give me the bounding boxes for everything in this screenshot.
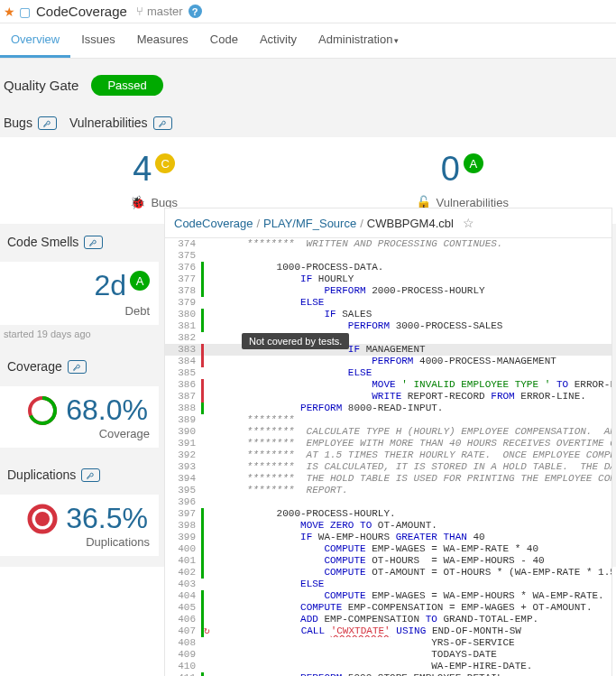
code-text [211,250,611,262]
line-number: 381 [165,320,201,332]
code-line[interactable]: 408 YRS-OF-SERVICE [165,637,611,649]
tab-activity[interactable]: Activity [249,23,308,58]
help-icon[interactable]: ? [188,5,202,18]
code-line[interactable]: 387 WRITE REPORT-RECORD FROM ERROR-LINE. [165,391,611,403]
code-line[interactable]: 376 1000-PROCESS-DATA. [165,262,611,273]
breadcrumb-folder[interactable]: PLAY/MF_Source [263,217,356,230]
code-line[interactable]: 401 COMPUTE OT-HOURS = WA-EMP-HOURS - 40 [165,555,611,567]
key-icon[interactable] [84,236,103,249]
coverage-marker [201,579,204,590]
issue-marker-icon[interactable]: ↻ [204,625,210,637]
debt-rating: A [130,271,150,291]
security-section-header: Bugs Vulnerabilities [0,108,616,137]
key-icon[interactable] [153,116,172,130]
code-line[interactable]: 395 ******** REPORT. [165,485,611,496]
coverage-marker [201,320,204,332]
line-number: 374 [165,238,201,250]
coverage-marker [201,496,204,508]
code-line[interactable]: 383 IF MANAGEMENT [165,344,611,356]
code-text: PERFORM 2000-PROCESS-HOURLY [211,285,611,297]
code-line[interactable]: 404 COMPUTE EMP-WAGES = WA-EMP-HOURS * W… [165,590,611,602]
code-line[interactable]: 389 ******** [165,414,611,426]
code-line[interactable]: 374 ******** WRITTEN AND PROCESSING CONT… [165,238,611,250]
code-line[interactable]: 406 ADD EMP-COMPENSATION TO GRAND-TOTAL-… [165,614,611,625]
code-line[interactable]: 400 COMPUTE EMP-WAGES = WA-EMP-RATE * 40 [165,543,611,555]
code-line[interactable]: 398 MOVE ZERO TO OT-AMOUNT. [165,520,611,532]
code-line[interactable]: 407↻ CALL 'CWXTDATE' USING END-OF-MONTH-… [165,625,611,637]
coverage-marker [201,602,204,614]
line-number: 408 [165,637,201,649]
code-line[interactable]: 409 TODAYS-DATE [165,649,611,661]
code-line[interactable]: 411 PERFORM 5000-STORE-EMPLOYEE-DETAIL. [165,672,611,676]
code-line[interactable]: 381 PERFORM 3000-PROCESS-SALES [165,320,611,332]
code-text: WA-EMP-HIRE-DATE. [211,661,611,672]
code-line[interactable]: 384 PERFORM 4000-PROCESS-MANAGEMENT [165,356,611,367]
line-number: 382 [165,332,201,344]
code-area[interactable]: 374 ******** WRITTEN AND PROCESSING CONT… [165,238,611,676]
tab-overview[interactable]: Overview [0,23,70,58]
coverage-marker [201,285,204,297]
coverage-panel[interactable]: 68.0% Coverage [0,386,159,448]
code-line[interactable]: 385 ELSE [165,367,611,379]
line-number: 395 [165,485,201,496]
dup-panel[interactable]: 36.5% Duplications [0,495,159,556]
coverage-marker [201,567,204,579]
code-line[interactable]: 378 PERFORM 2000-PROCESS-HOURLY [165,285,611,297]
debt-panel[interactable]: 2d A Debt [0,262,159,325]
dup-section-header: Duplications [4,460,162,489]
bugs-metric[interactable]: 4 C 🐞Bugs [0,152,308,209]
code-text: COMPUTE OT-AMOUNT = OT-HOURS * (WA-EMP-R… [211,567,611,579]
code-line[interactable]: 380 IF SALES [165,309,611,320]
tab-code[interactable]: Code [199,23,249,58]
favorite-outline-icon[interactable]: ☆ [463,216,474,230]
line-number: 391 [165,438,201,449]
code-text: PERFORM 3000-PROCESS-SALES [211,320,611,332]
tab-measures[interactable]: Measures [126,23,199,58]
breadcrumb: CodeCoverage / PLAY/MF_Source / CWBBPGM4… [165,208,611,238]
code-line[interactable]: 405 COMPUTE EMP-COMPENSATION = EMP-WAGES… [165,602,611,614]
code-line[interactable]: 396 [165,496,611,508]
code-line[interactable]: 392 ******** AT 1.5 TIMES THEIR HOURLY R… [165,449,611,461]
code-text: ******** THE HOLD TABLE IS USED FOR PRIN… [211,473,611,485]
line-number: 375 [165,250,201,262]
key-icon[interactable] [81,468,100,482]
code-line[interactable]: 394 ******** THE HOLD TABLE IS USED FOR … [165,473,611,485]
code-line[interactable]: 399 IF WA-EMP-HOURS GREATER THAN 40 [165,532,611,543]
code-line[interactable]: 375 [165,250,611,262]
code-text: ELSE [211,367,611,379]
code-line[interactable]: 377 IF HOURLY [165,273,611,285]
code-text: COMPUTE OT-HOURS = WA-EMP-HOURS - 40 [211,555,611,567]
smells-section-header: Code Smells [4,227,162,256]
key-icon[interactable] [38,116,57,130]
line-number: 393 [165,461,201,473]
code-line[interactable]: 403 ELSE [165,579,611,590]
line-number: 383 [165,344,201,356]
line-number: 411 [165,672,201,676]
coverage-donut-icon [26,394,59,427]
code-line[interactable]: 386 MOVE ' INVALID EMPLOYEE TYPE ' TO ER… [165,379,611,391]
tab-administration[interactable]: Administration▾ [308,23,409,58]
code-line[interactable]: 391 ******** EMPLOYEE WITH MORE THAN 40 … [165,438,611,449]
favorite-icon[interactable]: ★ [4,5,15,19]
code-line[interactable]: 388 PERFORM 8000-READ-INPUT. [165,403,611,414]
coverage-marker [201,473,204,485]
code-line[interactable]: 402 COMPUTE OT-AMOUNT = OT-HOURS * (WA-E… [165,567,611,579]
code-line[interactable]: 390 ******** CALCULATE TYPE H (HOURLY) E… [165,426,611,438]
code-line[interactable]: 379 ELSE [165,297,611,309]
code-line[interactable]: 410 WA-EMP-HIRE-DATE. [165,661,611,672]
coverage-value: 68.0% [66,394,148,427]
project-name[interactable]: CodeCoverage [36,4,127,19]
line-number: 399 [165,532,201,543]
coverage-marker [201,250,204,262]
debt-value: 2d [94,269,126,302]
breadcrumb-root[interactable]: CodeCoverage [174,217,253,230]
vuln-metric[interactable]: 0 A 🔓Vulnerabilities [308,152,617,209]
tab-issues[interactable]: Issues [70,23,126,58]
line-number: 392 [165,449,201,461]
branch-name[interactable]: master [147,5,183,18]
code-line[interactable]: 393 ******** IS CALCULATED, IT IS STORED… [165,461,611,473]
code-text: 1000-PROCESS-DATA. [211,262,611,273]
code-line[interactable]: 397 2000-PROCESS-HOURLY. [165,508,611,520]
code-line[interactable]: 382 ELSE [165,332,611,344]
key-icon[interactable] [68,360,87,374]
